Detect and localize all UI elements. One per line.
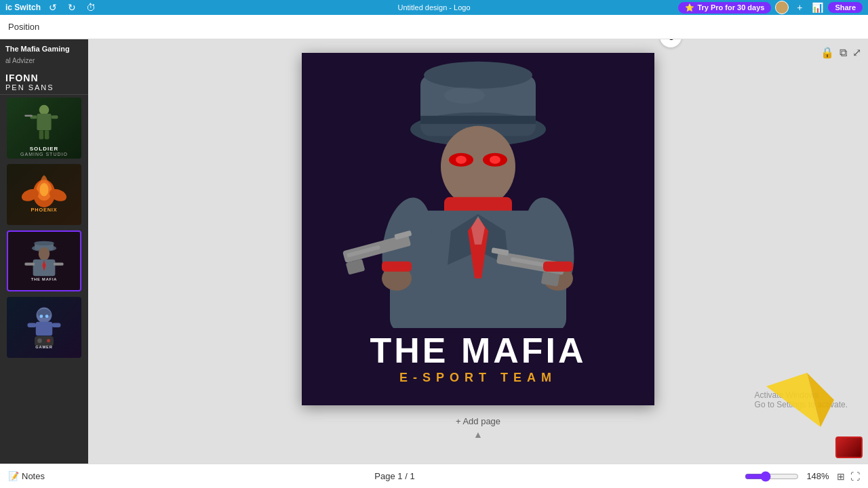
svg-rect-28 xyxy=(52,323,60,327)
font-row-1: IFONN PEN SANS xyxy=(0,70,88,95)
design-canvas[interactable]: THE MAFIA E-SPORT TEAM xyxy=(302,53,654,405)
app-name: ic Switch xyxy=(5,3,41,12)
svg-point-42 xyxy=(456,156,467,164)
analytics-button[interactable]: 📊 xyxy=(810,1,824,14)
lock-icon-button[interactable]: 🔒 xyxy=(821,46,834,59)
plus-button[interactable]: + xyxy=(793,1,806,14)
svg-rect-3 xyxy=(52,115,58,119)
svg-point-39 xyxy=(441,126,515,207)
svg-rect-63 xyxy=(543,262,573,272)
topbar: ic Switch ↺ ↻ ⏱ Untitled design - Logo ⭐… xyxy=(0,0,868,15)
doc-title: Untitled design - Logo xyxy=(397,3,470,12)
svg-rect-4 xyxy=(39,130,44,139)
svg-text:GAMER: GAMER xyxy=(35,345,52,349)
canvas-title: THE MAFIA xyxy=(370,333,586,368)
undo-button[interactable]: ↺ xyxy=(46,1,60,14)
svg-rect-20 xyxy=(54,262,64,265)
sidebar: The Mafia Gaming al Advizer IFONN PEN SA… xyxy=(0,39,88,464)
notes-button[interactable]: 📝 Notes xyxy=(8,471,45,481)
add-page-button[interactable]: + Add page xyxy=(456,416,500,426)
topbar-left: ic Switch ↺ ↻ ⏱ xyxy=(5,1,98,14)
svg-point-0 xyxy=(39,104,50,115)
expand-icon-button[interactable]: ⤢ xyxy=(852,46,861,59)
svg-point-15 xyxy=(34,241,54,245)
copy-icon-button[interactable]: ⧉ xyxy=(840,46,847,59)
svg-rect-62 xyxy=(382,262,412,272)
svg-point-35 xyxy=(424,62,532,89)
canvas-subtitle: E-SPORT TEAM xyxy=(399,371,557,385)
zoom-label: 148% xyxy=(804,471,831,481)
canvas-wrapper: ↻ xyxy=(302,53,654,405)
redo-button[interactable]: ↻ xyxy=(65,1,79,14)
video-thumbnail[interactable] xyxy=(835,436,863,458)
try-pro-button[interactable]: ⭐ Try Pro for 30 days xyxy=(678,2,771,14)
thumbnail-gamer[interactable]: GAMER xyxy=(7,297,81,358)
page-info: Page 1 / 1 xyxy=(374,471,414,481)
svg-marker-65 xyxy=(807,373,834,427)
bottom-bar: 📝 Notes Page 1 / 1 148% ⊞ ⛶ xyxy=(0,464,868,488)
fullscreen-button[interactable]: ⛶ xyxy=(850,471,860,482)
font-name-1: IFONN xyxy=(5,73,83,83)
secondary-toolbar: Position xyxy=(0,15,868,39)
thumbnail-phoenix[interactable]: PHOENIX xyxy=(7,164,81,225)
activate-windows-watermark: Activate Windows Go to Settings to activ… xyxy=(755,390,848,409)
zoom-controls: 148% ⊞ ⛶ xyxy=(745,471,860,482)
svg-text:PHOENIX: PHOENIX xyxy=(31,207,58,213)
notes-icon: 📝 xyxy=(8,471,19,481)
pro-star-icon: ⭐ xyxy=(685,3,694,12)
svg-rect-6 xyxy=(24,115,32,116)
svg-point-25 xyxy=(45,314,49,318)
svg-rect-26 xyxy=(36,322,53,336)
sidebar-header: The Mafia Gaming xyxy=(0,39,88,56)
svg-point-24 xyxy=(39,314,43,318)
zoom-slider[interactable] xyxy=(745,471,799,482)
svg-point-30 xyxy=(37,338,42,343)
svg-marker-64 xyxy=(766,373,821,427)
logo-thumbs: SOLDIER GAMING STUDIO PHOENIX xyxy=(0,95,88,361)
svg-rect-1 xyxy=(37,113,51,130)
soldier-sublabel: GAMING STUDIO xyxy=(20,152,68,157)
svg-point-31 xyxy=(47,339,50,342)
soldier-label: SOLDIER xyxy=(30,146,59,152)
main-layout: The Mafia Gaming al Advizer IFONN PEN SA… xyxy=(0,39,868,464)
avatar[interactable] xyxy=(775,1,789,14)
svg-text:THE MAFIA: THE MAFIA xyxy=(31,277,57,281)
thumbnail-soldier[interactable]: SOLDIER GAMING STUDIO xyxy=(7,98,81,159)
sidebar-sub: al Advizer xyxy=(0,56,88,70)
thumbnail-mafia[interactable]: THE MAFIA xyxy=(7,230,81,291)
position-label: Position xyxy=(8,22,39,32)
canvas-toolbar-icons: 🔒 ⧉ ⤢ xyxy=(821,46,861,59)
svg-point-9 xyxy=(39,182,48,196)
yellow-arrow-decoration xyxy=(766,373,834,430)
history-button[interactable]: ⏱ xyxy=(84,1,98,14)
topbar-right: ⭐ Try Pro for 30 days + 📊 Share xyxy=(678,1,863,14)
svg-rect-27 xyxy=(27,323,36,327)
svg-point-38 xyxy=(444,87,485,104)
canvas-handle-up[interactable]: ▲ xyxy=(473,429,483,440)
canvas-area: 🔒 ⧉ ⤢ ↻ xyxy=(88,39,868,464)
grid-view-button[interactable]: ⊞ xyxy=(837,471,845,482)
svg-point-16 xyxy=(39,247,50,260)
svg-point-23 xyxy=(37,309,51,318)
svg-rect-5 xyxy=(45,130,50,139)
svg-point-43 xyxy=(490,156,500,164)
notes-label: Notes xyxy=(22,471,45,481)
svg-rect-19 xyxy=(24,262,35,265)
share-button[interactable]: Share xyxy=(828,2,863,13)
font-name-2: PEN SANS xyxy=(5,83,83,92)
refresh-button[interactable]: ↻ xyxy=(660,39,682,47)
